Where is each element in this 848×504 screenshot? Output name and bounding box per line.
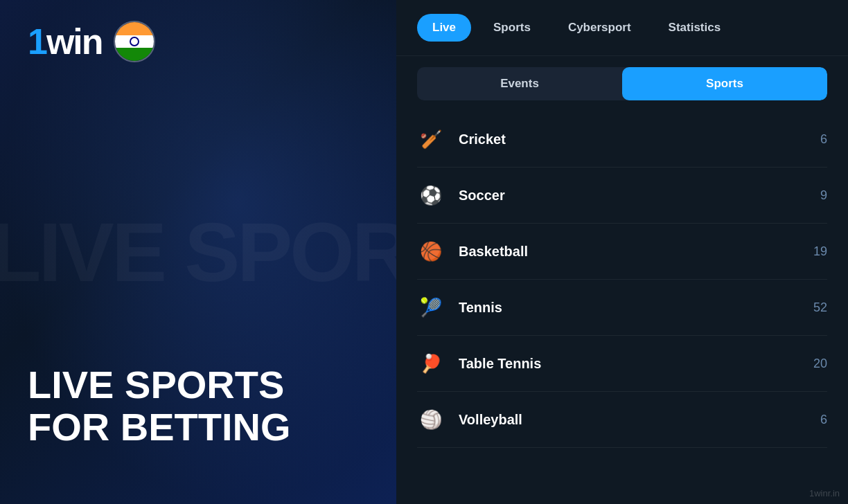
sub-nav: Events Sports bbox=[417, 67, 827, 100]
sport-count-volleyball: 6 bbox=[820, 413, 827, 427]
sport-item-tabletennis[interactable]: 🏓 Table Tennis 20 bbox=[417, 336, 827, 392]
hero-text: LIVE SPORTS FOR BETTING bbox=[28, 363, 291, 449]
top-nav: Live Sports Cybersport Statistics bbox=[396, 0, 848, 56]
sub-tab-events[interactable]: Events bbox=[417, 67, 622, 100]
basketball-icon: 🏀 bbox=[417, 237, 445, 265]
sport-name-tabletennis: Table Tennis bbox=[459, 356, 794, 372]
sports-list: 🏏 Cricket 6 ⚽ Soccer 9 🏀 Basketball 19 🎾… bbox=[396, 111, 848, 504]
sport-name-tennis: Tennis bbox=[459, 300, 794, 316]
flag-white bbox=[115, 35, 154, 48]
sport-name-volleyball: Volleyball bbox=[459, 412, 801, 428]
sport-item-soccer[interactable]: ⚽ Soccer 9 bbox=[417, 168, 827, 224]
flag-orange bbox=[115, 22, 154, 35]
footer-watermark: 1winr.in bbox=[809, 488, 840, 498]
sport-count-tennis: 52 bbox=[813, 300, 827, 315]
right-panel: Live Sports Cybersport Statistics Events… bbox=[396, 0, 848, 504]
tab-live[interactable]: Live bbox=[417, 14, 471, 42]
sport-name-basketball: Basketball bbox=[459, 244, 794, 260]
left-panel: 1win LIVE SPORTS LIVE SPORTS FOR BETTING bbox=[0, 0, 396, 504]
sport-name-soccer: Soccer bbox=[459, 188, 801, 204]
background-watermark: LIVE SPORTS bbox=[0, 204, 396, 300]
soccer-icon: ⚽ bbox=[417, 181, 445, 209]
tab-sports[interactable]: Sports bbox=[478, 14, 546, 42]
volleyball-icon: 🏐 bbox=[417, 406, 445, 433]
sport-count-cricket: 6 bbox=[820, 132, 827, 147]
hero-line1: LIVE SPORTS bbox=[28, 363, 291, 406]
india-flag bbox=[114, 21, 155, 62]
ashoka-wheel bbox=[130, 37, 139, 46]
sport-count-soccer: 9 bbox=[820, 188, 827, 203]
tab-statistics[interactable]: Statistics bbox=[653, 14, 736, 42]
table-tennis-icon: 🏓 bbox=[417, 350, 445, 377]
flag-green bbox=[115, 48, 154, 61]
logo-area: 1win bbox=[28, 21, 369, 62]
tennis-icon: 🎾 bbox=[417, 294, 445, 321]
hero-line2: FOR BETTING bbox=[28, 406, 291, 449]
sport-count-tabletennis: 20 bbox=[813, 357, 827, 371]
cricket-icon: 🏏 bbox=[417, 125, 445, 153]
sport-item-cricket[interactable]: 🏏 Cricket 6 bbox=[417, 111, 827, 168]
logo: 1win bbox=[28, 21, 103, 62]
sport-item-basketball[interactable]: 🏀 Basketball 19 bbox=[417, 224, 827, 280]
sub-tab-sports[interactable]: Sports bbox=[622, 67, 827, 100]
sport-count-basketball: 19 bbox=[813, 244, 827, 259]
tab-cybersport[interactable]: Cybersport bbox=[553, 14, 646, 42]
sport-name-cricket: Cricket bbox=[459, 132, 801, 147]
sport-item-tennis[interactable]: 🎾 Tennis 52 bbox=[417, 280, 827, 336]
sport-item-volleyball[interactable]: 🏐 Volleyball 6 bbox=[417, 392, 827, 448]
